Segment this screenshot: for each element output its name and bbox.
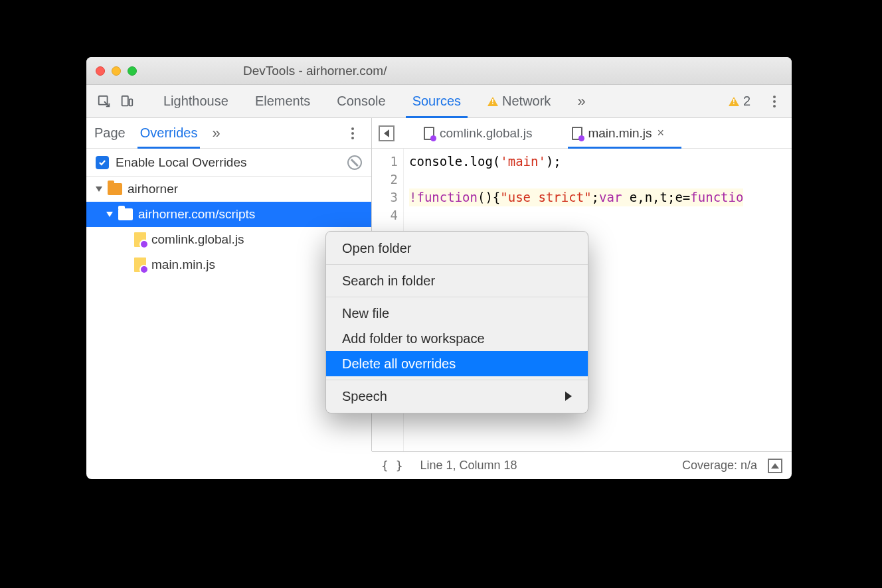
- chevron-right-double-icon: »: [212, 125, 220, 142]
- editor-statusbar: { } Line 1, Column 18 Coverage: n/a: [372, 451, 792, 479]
- tab-lighthouse[interactable]: Lighthouse: [150, 85, 242, 117]
- close-window-button[interactable]: [96, 66, 105, 76]
- chevron-down-icon: [96, 186, 102, 192]
- context-menu-item[interactable]: Search in folder: [326, 268, 588, 293]
- show-console-button[interactable]: [768, 459, 782, 473]
- editor-tab-active[interactable]: main.min.js ×: [568, 118, 668, 148]
- clear-icon[interactable]: [347, 155, 362, 170]
- svg-rect-1: [122, 96, 128, 106]
- tab-network[interactable]: Network: [474, 85, 564, 117]
- context-menu: Open folderSearch in folderNew fileAdd f…: [325, 231, 588, 413]
- toggle-navigator-button[interactable]: [379, 125, 395, 141]
- titlebar: DevTools - airhorner.com/: [86, 57, 792, 85]
- warning-icon: [729, 97, 739, 106]
- tree-folder-root[interactable]: airhorner: [86, 177, 371, 202]
- context-menu-item[interactable]: Speech: [326, 384, 588, 409]
- editor-tab[interactable]: comlink.global.js: [420, 118, 536, 148]
- enable-overrides-label: Enable Local Overrides: [116, 155, 247, 170]
- navigator-menu-button[interactable]: [342, 127, 363, 139]
- coverage-status: Coverage: n/a: [682, 459, 757, 473]
- enable-overrides-checkbox[interactable]: [96, 156, 109, 169]
- navtabs-overflow[interactable]: »: [212, 118, 220, 148]
- device-toolbar-icon[interactable]: [116, 90, 138, 113]
- chevron-right-icon: [565, 392, 572, 401]
- chevron-up-icon: [771, 463, 779, 469]
- enable-overrides-row: Enable Local Overrides: [86, 149, 371, 177]
- chevron-right-double-icon: »: [577, 93, 585, 110]
- issues-indicator[interactable]: 2: [715, 85, 764, 117]
- context-menu-item[interactable]: Open folder: [326, 236, 588, 261]
- tab-sources[interactable]: Sources: [399, 85, 474, 117]
- navtab-overrides[interactable]: Overrides: [140, 118, 198, 148]
- folder-icon: [108, 183, 122, 195]
- navtab-page[interactable]: Page: [94, 118, 126, 148]
- settings-menu-button[interactable]: [764, 96, 785, 108]
- file-icon: [572, 127, 582, 140]
- file-icon: [424, 127, 434, 140]
- context-menu-item[interactable]: New file: [326, 301, 588, 326]
- close-tab-button[interactable]: ×: [657, 126, 664, 140]
- editor-tabs: comlink.global.js main.min.js ×: [372, 118, 792, 149]
- chevron-down-icon: [106, 212, 113, 217]
- folder-icon: [118, 208, 133, 220]
- window-title: DevTools - airhorner.com/: [243, 64, 387, 78]
- main-tabstrip: Lighthouse Elements Console Sources Netw…: [86, 85, 792, 118]
- tab-console[interactable]: Console: [323, 85, 398, 117]
- cursor-position: Line 1, Column 18: [420, 459, 517, 473]
- context-menu-item[interactable]: Delete all overrides: [326, 351, 588, 376]
- js-file-icon: [134, 257, 146, 272]
- warning-icon: [487, 97, 498, 106]
- context-menu-item[interactable]: Add folder to workspace: [326, 326, 588, 351]
- navigator-tabs: Page Overrides »: [86, 118, 371, 149]
- window-controls: [96, 66, 137, 76]
- pretty-print-button[interactable]: { }: [381, 459, 403, 473]
- minimize-window-button[interactable]: [112, 66, 121, 76]
- tab-elements[interactable]: Elements: [242, 85, 323, 117]
- tabs-overflow[interactable]: »: [564, 85, 598, 117]
- tree-folder-selected[interactable]: airhorner.com/scripts: [86, 202, 371, 227]
- zoom-window-button[interactable]: [128, 66, 137, 76]
- chevron-left-icon: [384, 129, 389, 137]
- inspect-icon[interactable]: [93, 90, 116, 113]
- js-file-icon: [134, 232, 146, 247]
- svg-rect-2: [130, 99, 133, 106]
